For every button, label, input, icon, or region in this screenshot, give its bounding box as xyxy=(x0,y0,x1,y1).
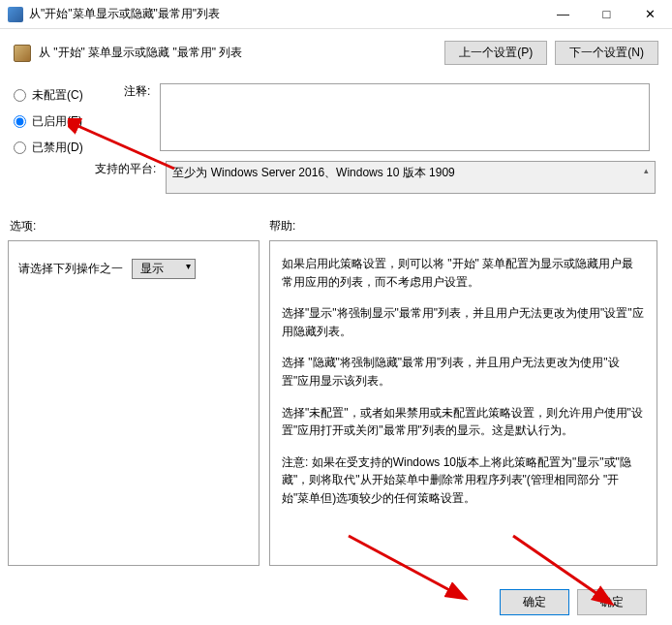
window-icon xyxy=(8,7,23,22)
options-dropdown[interactable]: 显示 xyxy=(132,259,196,279)
radio-enabled-input[interactable] xyxy=(14,115,26,128)
help-p2: 选择"显示"将强制显示"最常用"列表，并且用户无法更改为使用"设置"应用隐藏列表… xyxy=(282,304,645,340)
window-title: 从"开始"菜单显示或隐藏"最常用"列表 xyxy=(29,6,541,22)
help-caption: 帮助: xyxy=(269,218,295,234)
help-p4: 选择"未配置"，或者如果禁用或未配置此策略设置，则允许用户使用"设置"应用打开或… xyxy=(282,404,645,440)
options-caption: 选项: xyxy=(10,218,36,234)
title-bar: 从"开始"菜单显示或隐藏"最常用"列表 — □ ✕ xyxy=(0,0,672,29)
comment-textarea[interactable] xyxy=(160,83,650,151)
help-p1: 如果启用此策略设置，则可以将 "开始" 菜单配置为显示或隐藏用户最常用应用的列表… xyxy=(282,255,645,291)
options-prompt: 请选择下列操作之一 xyxy=(18,261,123,277)
scroll-up-icon[interactable]: ▴ xyxy=(639,164,653,177)
prev-setting-button[interactable]: 上一个设置(P) xyxy=(444,41,547,65)
radio-disabled-input[interactable] xyxy=(14,141,26,154)
radio-not-configured-label: 未配置(C) xyxy=(32,87,83,104)
platform-box: 至少为 Windows Server 2016、Windows 10 版本 19… xyxy=(166,161,656,194)
radio-not-configured[interactable]: 未配置(C) xyxy=(14,87,83,104)
radio-enabled[interactable]: 已启用(E) xyxy=(14,113,83,130)
radio-not-configured-input[interactable] xyxy=(14,89,26,102)
footer: 确定 确定 xyxy=(0,578,672,625)
help-p3: 选择 "隐藏"将强制隐藏"最常用"列表，并且用户无法更改为使用"设置"应用显示该… xyxy=(282,354,645,390)
apply-button[interactable]: 确定 xyxy=(577,589,647,615)
platform-label: 支持的平台: xyxy=(95,161,156,177)
policy-icon xyxy=(14,45,31,62)
minimize-button[interactable]: — xyxy=(541,0,585,29)
header-title: 从 "开始" 菜单显示或隐藏 "最常用" 列表 xyxy=(39,45,437,61)
comment-label: 注释: xyxy=(124,83,150,100)
header: 从 "开始" 菜单显示或隐藏 "最常用" 列表 上一个设置(P) 下一个设置(N… xyxy=(0,29,672,73)
close-button[interactable]: ✕ xyxy=(628,0,672,29)
help-p5: 注意: 如果在受支持的Windows 10版本上将此策略配置为"显示"或"隐藏"… xyxy=(282,453,645,508)
maximize-button[interactable]: □ xyxy=(585,0,628,29)
radio-enabled-label: 已启用(E) xyxy=(32,113,82,130)
ok-button[interactable]: 确定 xyxy=(500,589,569,615)
platform-value: 至少为 Windows Server 2016、Windows 10 版本 19… xyxy=(172,166,454,179)
options-dropdown-value: 显示 xyxy=(140,262,164,275)
next-setting-button[interactable]: 下一个设置(N) xyxy=(555,41,658,65)
options-panel: 请选择下列操作之一 显示 xyxy=(8,240,260,566)
radio-disabled[interactable]: 已禁用(D) xyxy=(14,140,83,156)
radio-disabled-label: 已禁用(D) xyxy=(32,140,83,156)
help-panel: 如果启用此策略设置，则可以将 "开始" 菜单配置为显示或隐藏用户最常用应用的列表… xyxy=(269,240,657,566)
